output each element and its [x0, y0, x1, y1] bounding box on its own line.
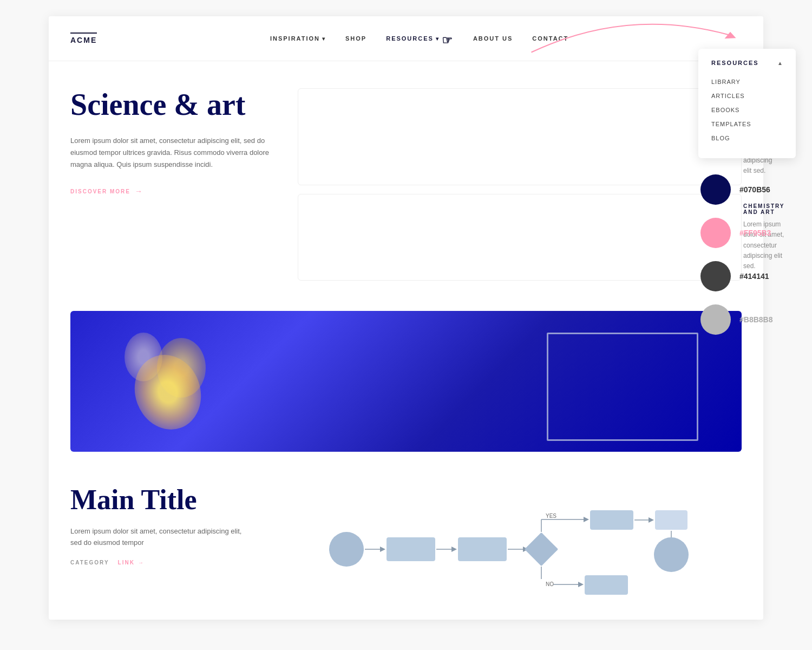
color-hex-0: #070B56 [739, 185, 770, 194]
svg-rect-17 [655, 510, 687, 530]
resources-item-blog[interactable]: BLOG [711, 131, 783, 145]
color-swatch-2 [700, 261, 731, 291]
svg-rect-9 [525, 532, 558, 566]
resources-item-articles[interactable]: ARTICLES [711, 89, 783, 103]
navbar: ACME INSPIRATION ▾ SHOP RESOURCES ▾ ☞ AB… [49, 16, 763, 61]
svg-text:NO: NO [546, 581, 554, 587]
card-art-patterns[interactable]: ART WITH PATTERNS Lorem ipsum dolor sit … [298, 88, 742, 185]
color-item-3: #B8B8B8 [700, 304, 796, 335]
hero-right: ART WITH PATTERNS Lorem ipsum dolor sit … [298, 88, 742, 289]
resources-item-library[interactable]: LIBRARY [711, 75, 783, 89]
color-swatch-0 [700, 174, 731, 205]
card-chemistry-art[interactable]: CHEMISTRY AND ART Lorem ipsum dolor sit … [298, 194, 742, 281]
smoke-effect [114, 322, 254, 446]
svg-rect-6 [458, 537, 507, 561]
bottom-meta: CATEGORY LINK → [70, 560, 244, 566]
flowchart-svg: YES NO [276, 490, 742, 598]
color-item-1: #FF95B3 [700, 218, 796, 248]
chevron-down-icon: ▾ [322, 36, 326, 42]
color-hex-2: #414141 [739, 272, 769, 281]
svg-rect-24 [585, 575, 628, 595]
color-swatches: #070B56 #FF95B3 #414141 #B8B8B8 [698, 174, 796, 335]
hero-row: Science & art Lorem ipsum dolor sit amet… [70, 88, 742, 289]
color-item-2: #414141 [700, 261, 796, 291]
color-swatch-3 [700, 304, 731, 335]
flow-start-circle [329, 532, 364, 567]
color-hex-1: #FF95B3 [739, 229, 771, 237]
hero-left: Science & art Lorem ipsum dolor sit amet… [70, 88, 276, 196]
flowchart: YES NO [276, 490, 742, 598]
category-label: CATEGORY [70, 560, 109, 566]
discover-more-link[interactable]: DISCOVER MORE → [70, 187, 143, 196]
right-panel: RESOURCES ▲ LIBRARY ARTICLES EBOOKS TEMP… [698, 49, 796, 335]
arrow-right-icon: → [138, 560, 145, 566]
svg-point-25 [654, 537, 689, 572]
svg-marker-16 [649, 517, 654, 523]
bottom-body: Lorem ipsum dolor sit amet, consectetur … [70, 526, 244, 549]
hero-image [70, 311, 742, 452]
resources-item-templates[interactable]: TEMPLATES [711, 117, 783, 131]
bottom-left: Main Title Lorem ipsum dolor sit amet, c… [70, 484, 244, 566]
nav-resources[interactable]: RESOURCES ▾ ☞ [386, 31, 454, 46]
main-title: Main Title [70, 484, 244, 515]
svg-marker-13 [584, 517, 589, 522]
resources-item-ebooks[interactable]: EBOOKS [711, 103, 783, 117]
frame-rectangle [547, 333, 698, 441]
nav-contact[interactable]: CONTACT [532, 35, 568, 42]
nav-inspiration[interactable]: INSPIRATION ▾ [270, 35, 326, 42]
color-swatch-1 [700, 218, 731, 248]
bottom-link[interactable]: LINK → [118, 560, 145, 566]
svg-rect-3 [387, 537, 435, 561]
svg-rect-14 [590, 510, 633, 530]
hero-body: Lorem ipsum dolor sit amet, consectetur … [70, 135, 276, 171]
resources-dropdown: RESOURCES ▲ LIBRARY ARTICLES EBOOKS TEMP… [698, 49, 796, 158]
nav-links: INSPIRATION ▾ SHOP RESOURCES ▾ ☞ ABOUT U… [270, 31, 568, 46]
cursor-icon: ☞ [442, 34, 454, 48]
nav-shop[interactable]: SHOP [345, 35, 366, 42]
svg-text:YES: YES [546, 513, 556, 519]
bottom-section: Main Title Lorem ipsum dolor sit amet, c… [49, 452, 763, 620]
svg-marker-5 [451, 547, 457, 552]
main-content-wrapper: ACME INSPIRATION ▾ SHOP RESOURCES ▾ ☞ AB… [49, 16, 763, 620]
chevron-down-icon: ▾ [436, 36, 440, 42]
nav-about[interactable]: ABOUT US [473, 35, 513, 42]
svg-marker-23 [578, 582, 584, 587]
bottom-row: Main Title Lorem ipsum dolor sit amet, c… [70, 484, 742, 598]
content-section: Science & art Lorem ipsum dolor sit amet… [49, 61, 763, 452]
color-item-0: #070B56 [700, 174, 796, 205]
color-hex-3: #B8B8B8 [739, 315, 772, 324]
resources-dropdown-title: RESOURCES [711, 60, 759, 66]
arrow-right-icon: → [135, 187, 143, 196]
logo: ACME [70, 32, 97, 44]
hero-title: Science & art [70, 88, 276, 122]
resources-dropdown-header: RESOURCES ▲ [711, 60, 783, 66]
svg-marker-2 [380, 547, 385, 552]
chevron-up-icon: ▲ [777, 60, 783, 66]
